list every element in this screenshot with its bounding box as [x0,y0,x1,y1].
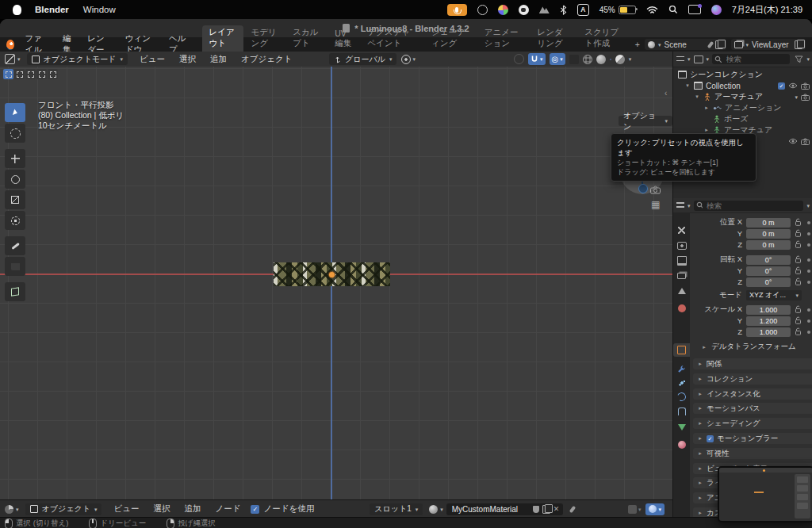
tool-transform[interactable] [5,211,25,230]
viewport-menu-object[interactable]: オブジェクト [234,54,299,65]
orientation-dropdown[interactable]: グローバル ▾ [329,53,396,65]
lock-icon[interactable] [794,327,803,336]
new-material-icon[interactable] [542,505,550,514]
viewport-menu-select[interactable]: 選択 [172,54,203,65]
snap-toggle[interactable]: ▾ [528,53,546,65]
options-dropdown[interactable]: オプション ▾ [619,116,672,126]
eye-icon[interactable] [788,82,798,89]
outliner-row-animation[interactable]: ▸ アニメーション [673,102,812,113]
tab-layout[interactable]: レイアウト [202,25,244,52]
section-relations[interactable]: ▸関係 [693,358,812,369]
tab-sculpting[interactable]: スカルプト [285,25,327,52]
shading-solid-icon[interactable] [596,55,606,64]
shading-rendered-icon[interactable] [615,55,625,64]
select-intersect-icon[interactable] [48,69,58,79]
menu-window[interactable]: Window [83,5,116,14]
microphone-indicator-icon[interactable] [447,4,467,16]
gizmo-axis-z-negative[interactable] [638,184,648,193]
add-workspace-button[interactable]: + [630,38,645,52]
vpn-menu-icon[interactable] [539,6,550,13]
blender-logo-icon[interactable] [6,40,14,50]
tab-modeling[interactable]: モデリング [243,25,285,52]
apple-menu-icon[interactable] [13,5,21,15]
rotation-mode-dropdown[interactable]: XYZ オイ... ▾ [746,290,802,300]
outliner-row-pose[interactable]: ポーズ [673,113,812,124]
unlink-icon[interactable]: ✕ [553,505,560,513]
viewport-menu-add[interactable]: 追加 [203,54,234,65]
controller-menu-icon[interactable] [477,5,488,15]
color-wheel-menu-icon[interactable] [498,5,508,15]
scene-name[interactable]: Scene [665,40,706,49]
tool-add-cube[interactable] [5,282,25,301]
editor-type-selector[interactable]: ▾ [5,54,21,64]
tab-uv-editing[interactable]: UV編集 [327,27,360,52]
mode-dropdown[interactable]: オブジェクトモード ▾ [27,53,128,65]
lock-icon[interactable] [794,229,803,238]
tool-move[interactable] [5,149,25,168]
select-subtract-icon[interactable] [25,69,36,79]
shader-menu-node[interactable]: ノード [208,503,247,515]
outliner-search-input[interactable] [724,54,787,64]
new-view-layer-icon[interactable] [795,40,802,49]
lock-icon[interactable] [794,316,803,325]
section-motion-blur[interactable]: ▸✓モーションブラー [693,433,812,444]
pin-icon[interactable] [569,505,576,513]
scene-selector[interactable]: ▾ Scene [645,39,726,50]
camera-visibility-icon[interactable] [801,82,810,90]
input-source-icon[interactable]: A [577,4,589,16]
siri-icon[interactable] [711,5,722,15]
overlays-toggle[interactable]: ▾ [645,503,665,515]
tab-physics[interactable] [673,390,690,404]
tab-shading[interactable]: シェーディング [424,25,477,52]
lock-icon[interactable] [794,305,803,314]
menubar-clock[interactable]: 7月24日(木) 21:39 [732,4,802,16]
display-menu-icon[interactable] [688,5,701,14]
scale-y-field[interactable]: 1.200 [746,316,791,326]
section-shading[interactable]: ▸シェーディング [693,418,812,429]
use-nodes-toggle[interactable]: ✓ ノードを使用 [251,503,314,515]
lock-icon[interactable] [794,218,803,227]
select-invert-icon[interactable] [36,69,47,79]
animate-dot-icon[interactable] [807,221,810,224]
tab-object[interactable] [673,343,690,357]
rotation-z-field[interactable]: 0° [746,277,791,287]
tool-select-box[interactable] [5,103,25,122]
pip-window[interactable] [718,466,812,522]
material-name-field[interactable] [450,504,530,515]
tab-animation[interactable]: アニメーション [477,25,530,52]
outliner-row-collection[interactable]: ▾ Collection ✓ [673,80,812,91]
animate-dot-icon[interactable] [807,232,810,235]
app-menu-title[interactable]: Blender [35,5,69,14]
snapping-dropdown[interactable]: ▾ [628,505,642,514]
animate-dot-icon[interactable] [807,243,810,247]
xray-toggle-icon[interactable] [569,55,579,64]
shading-material-toggle[interactable] [610,59,611,60]
scale-z-field[interactable]: 1.000 [746,327,791,337]
section-collections[interactable]: ▸コレクション [693,373,812,385]
tab-constraints[interactable] [673,404,690,418]
animate-dot-icon[interactable] [807,281,810,284]
location-z-field[interactable]: 0 m [746,240,791,250]
location-x-field[interactable]: 0 m [746,218,791,228]
tool-measure[interactable] [5,257,25,276]
expand-icon[interactable]: ▾ [684,82,691,89]
tab-scripting[interactable]: スクリプト作成 [577,25,630,52]
animate-dot-icon[interactable] [807,308,810,312]
rotation-x-field[interactable]: 0° [746,255,791,265]
spotlight-search-icon[interactable] [668,5,678,14]
tool-annotate[interactable] [5,236,25,255]
collection-checkbox[interactable]: ✓ [778,82,785,90]
section-motion-paths[interactable]: ▸モーションパス [693,403,812,414]
tool-rotate[interactable] [5,170,25,189]
shader-menu-add[interactable]: 追加 [177,503,208,515]
section-visibility[interactable]: ▸可視性 [693,448,812,459]
proportional-editing-toggle[interactable]: ◎ ▾ [550,53,565,65]
gizmos-toggle-icon[interactable] [514,54,524,64]
expand-icon[interactable]: ▸ [703,127,710,133]
shader-type-dropdown[interactable]: オブジェクト ▾ [25,503,102,515]
tab-material[interactable] [673,438,690,451]
expand-icon[interactable]: ▾ [694,94,700,100]
outliner-display-mode-icon[interactable] [694,55,703,63]
expand-icon[interactable]: ▸ [703,105,710,111]
sidebar-collapse-icon[interactable]: ‹ [665,89,667,98]
